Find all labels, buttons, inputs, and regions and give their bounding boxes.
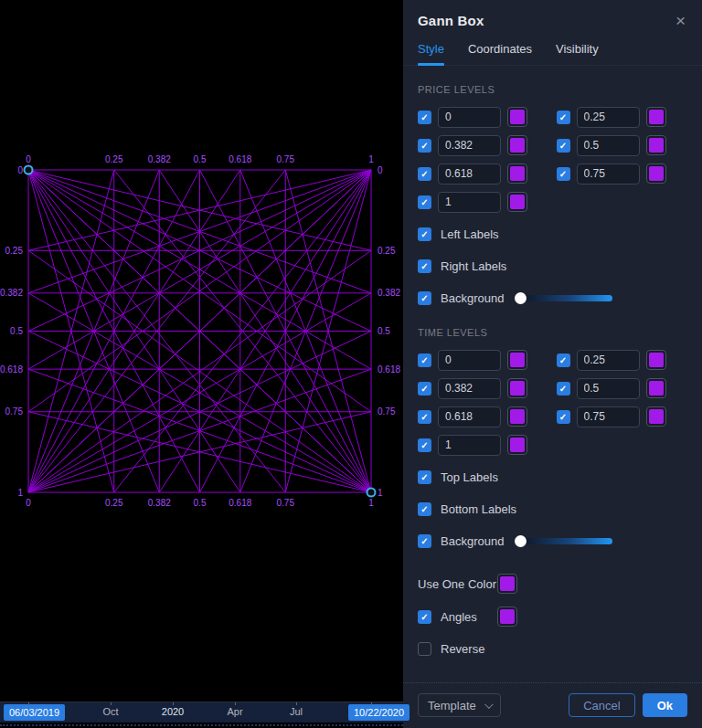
left-labels-checkbox[interactable]: ✓ — [418, 227, 431, 241]
gann-level-label: 0.382 — [378, 288, 400, 298]
price-level-input[interactable] — [438, 107, 501, 128]
cancel-button[interactable]: Cancel — [569, 693, 634, 717]
time-level-row: ✓ — [418, 434, 549, 456]
time-level-checkbox[interactable]: ✓ — [418, 410, 431, 424]
right-labels-checkbox[interactable]: ✓ — [418, 259, 431, 273]
dialog-header: Gann Box × — [403, 0, 702, 35]
gann-level-label: 0.25 — [105, 498, 123, 508]
price-level-color-swatch[interactable] — [646, 107, 666, 127]
time-level-color-swatch[interactable] — [507, 435, 527, 455]
price-level-input[interactable] — [438, 164, 501, 185]
time-level-checkbox[interactable]: ✓ — [418, 382, 431, 396]
bottom-labels-checkbox[interactable]: ✓ — [418, 502, 431, 516]
price-level-checkbox[interactable]: ✓ — [418, 111, 431, 124]
time-level-checkbox[interactable]: ✓ — [557, 382, 570, 396]
price-level-checkbox[interactable]: ✓ — [557, 111, 570, 124]
use-one-color-swatch[interactable] — [497, 574, 517, 594]
time-level-color-swatch[interactable] — [646, 378, 666, 398]
time-level-input[interactable] — [577, 378, 640, 399]
time-background-row: ✓ Background — [418, 534, 687, 548]
price-level-input[interactable] — [438, 192, 501, 213]
gann-level-label: 0.25 — [378, 246, 396, 256]
price-level-color-swatch[interactable] — [646, 164, 666, 184]
price-level-checkbox[interactable]: ✓ — [418, 139, 431, 153]
angles-color-swatch[interactable] — [497, 607, 517, 627]
price-level-checkbox[interactable]: ✓ — [557, 167, 570, 181]
ok-button[interactable]: Ok — [643, 693, 687, 717]
price-level-color-swatch[interactable] — [507, 135, 527, 155]
price-level-input[interactable] — [577, 135, 640, 156]
time-level-input[interactable] — [577, 350, 640, 371]
price-level-checkbox[interactable]: ✓ — [418, 195, 431, 209]
gann-level-label: 0.5 — [10, 326, 23, 336]
gann-level-label: 0 — [378, 165, 383, 175]
anchor-point[interactable] — [25, 166, 33, 174]
time-level-input[interactable] — [438, 435, 501, 456]
time-background-opacity-slider[interactable] — [515, 535, 612, 547]
dialog-footer: Template Cancel Ok — [403, 682, 702, 728]
time-level-checkbox[interactable]: ✓ — [557, 353, 570, 367]
gann-level-label: 0.25 — [105, 154, 123, 164]
price-level-color-swatch[interactable] — [507, 107, 527, 127]
axis-tick — [28, 702, 29, 705]
chart-pane[interactable]: 00000.250.250.250.250.3820.3820.3820.382… — [0, 0, 403, 728]
price-level-input[interactable] — [577, 107, 640, 128]
reverse-label: Reverse — [441, 642, 520, 656]
tab-visibility[interactable]: Visibility — [556, 35, 599, 65]
gann-level-label: 0.382 — [148, 498, 171, 508]
price-level-checkbox[interactable]: ✓ — [557, 139, 570, 153]
price-background-opacity-slider[interactable] — [515, 292, 612, 304]
axis-tick — [173, 702, 174, 705]
slider-thumb[interactable] — [515, 535, 526, 547]
bottom-labels-row: ✓ Bottom Labels — [418, 502, 687, 516]
angles-label: Angles — [441, 610, 497, 624]
time-level-color-swatch[interactable] — [507, 378, 527, 398]
tab-coordinates[interactable]: Coordinates — [468, 35, 532, 65]
time-level-color-swatch[interactable] — [507, 406, 527, 427]
anchor-point[interactable] — [367, 489, 376, 497]
gann-level-label: 0.75 — [378, 406, 396, 417]
time-level-color-swatch[interactable] — [646, 350, 666, 370]
slider-track — [518, 538, 612, 544]
time-axis[interactable]: 06/03/2019 10/22/2020 Oct2020AprJul — [0, 702, 403, 723]
time-level-checkbox[interactable]: ✓ — [418, 353, 431, 367]
reverse-checkbox[interactable] — [418, 642, 431, 656]
price-level-input[interactable] — [438, 135, 501, 156]
gann-level-label: 1 — [368, 498, 374, 508]
start-date-badge: 06/03/2019 — [4, 704, 65, 721]
template-button[interactable]: Template — [418, 693, 501, 717]
time-level-checkbox[interactable]: ✓ — [418, 438, 431, 452]
price-level-color-swatch[interactable] — [507, 164, 527, 184]
price-level-row: ✓ — [418, 134, 549, 156]
axis-tick — [235, 702, 236, 705]
top-labels-checkbox[interactable]: ✓ — [418, 470, 431, 484]
price-level-color-swatch[interactable] — [646, 135, 666, 155]
price-level-row: ✓ — [557, 106, 688, 128]
time-level-input[interactable] — [438, 350, 501, 371]
price-level-input[interactable] — [577, 164, 640, 185]
price-level-color-swatch[interactable] — [507, 192, 527, 212]
right-labels-row: ✓ Right Labels — [418, 259, 687, 273]
time-level-input[interactable] — [438, 378, 501, 399]
tab-style[interactable]: Style — [418, 35, 444, 65]
time-background-checkbox[interactable]: ✓ — [418, 534, 431, 548]
top-labels-row: ✓ Top Labels — [418, 470, 687, 484]
close-icon[interactable]: × — [674, 12, 687, 29]
time-level-checkbox[interactable]: ✓ — [557, 410, 570, 424]
time-level-color-swatch[interactable] — [507, 350, 527, 370]
time-level-input[interactable] — [438, 406, 501, 427]
time-level-color-swatch[interactable] — [646, 406, 666, 427]
gann-level-label: 0.75 — [5, 406, 24, 417]
angles-checkbox[interactable]: ✓ — [418, 610, 431, 624]
price-background-checkbox[interactable]: ✓ — [418, 291, 431, 305]
time-levels-heading: TIME LEVELS — [418, 327, 687, 338]
slider-track — [518, 295, 612, 301]
gann-box-drawing[interactable]: 00000.250.250.250.250.3820.3820.3820.382… — [0, 0, 403, 702]
time-level-row: ✓ — [557, 377, 688, 399]
time-level-row: ✓ — [557, 349, 688, 371]
price-level-checkbox[interactable]: ✓ — [418, 167, 431, 181]
slider-thumb[interactable] — [515, 292, 526, 304]
end-date-badge: 10/22/2020 — [348, 704, 410, 721]
time-level-input[interactable] — [577, 406, 640, 427]
axis-tick — [296, 702, 297, 705]
